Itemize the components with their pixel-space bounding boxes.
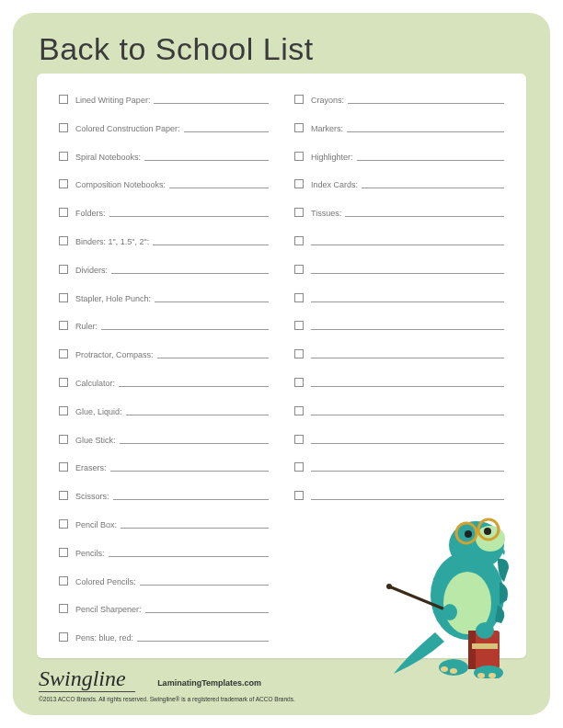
list-item: Highlighter: <box>294 149 504 162</box>
fill-line[interactable] <box>109 556 269 557</box>
fill-line[interactable] <box>311 301 504 302</box>
svg-point-9 <box>386 584 392 589</box>
checkbox[interactable] <box>294 236 304 245</box>
checkbox[interactable] <box>59 321 68 330</box>
fill-line[interactable] <box>137 641 269 642</box>
checkbox[interactable] <box>59 576 68 586</box>
fill-line[interactable] <box>184 131 269 132</box>
fill-line[interactable] <box>311 329 504 330</box>
list-item <box>294 262 504 275</box>
fill-line[interactable] <box>109 216 269 217</box>
checkbox[interactable] <box>294 406 304 415</box>
checkbox[interactable] <box>59 632 68 642</box>
fill-line[interactable] <box>111 273 269 274</box>
fill-line[interactable] <box>311 443 504 444</box>
checkbox[interactable] <box>294 152 304 161</box>
list-item: Index Cards: <box>294 176 504 189</box>
checkbox[interactable] <box>294 123 304 132</box>
item-label: Protractor, Compass: <box>75 350 154 359</box>
checkbox[interactable] <box>294 435 304 444</box>
item-label: Lined Writing Paper: <box>75 96 150 105</box>
checkbox[interactable] <box>294 378 304 387</box>
fill-line[interactable] <box>311 358 504 358</box>
checkbox[interactable] <box>59 349 68 358</box>
list-item: Dividers: <box>59 262 269 275</box>
checkbox[interactable] <box>294 349 304 358</box>
fill-line[interactable] <box>144 160 269 161</box>
checkbox[interactable] <box>59 179 68 188</box>
item-label: Spiral Notebooks: <box>75 153 141 162</box>
fill-line[interactable] <box>113 499 269 500</box>
item-label: Crayons: <box>311 96 344 105</box>
checkbox[interactable] <box>59 519 68 529</box>
item-label: Dividers: <box>75 266 108 275</box>
checkbox[interactable] <box>294 179 304 188</box>
fill-line[interactable] <box>121 528 269 529</box>
checkbox[interactable] <box>294 208 304 217</box>
item-label: Folders: <box>75 209 106 218</box>
checkbox[interactable] <box>59 378 68 387</box>
fill-line[interactable] <box>101 329 269 330</box>
checkbox[interactable] <box>294 293 304 302</box>
list-item: Protractor, Compass: <box>59 347 269 359</box>
checkbox[interactable] <box>59 293 68 302</box>
svg-point-6 <box>465 530 472 538</box>
checkbox[interactable] <box>59 236 68 245</box>
fill-line[interactable] <box>311 471 504 472</box>
fill-line[interactable] <box>145 612 269 613</box>
fill-line[interactable] <box>362 188 504 188</box>
checkbox[interactable] <box>59 152 68 161</box>
fill-line[interactable] <box>157 358 269 358</box>
checkbox[interactable] <box>59 435 68 444</box>
checkbox[interactable] <box>59 123 68 132</box>
card-background: Back to School List Lined Writing Paper:… <box>13 13 550 715</box>
fill-line[interactable] <box>311 386 504 387</box>
fill-line[interactable] <box>120 443 269 444</box>
checkbox[interactable] <box>59 491 68 500</box>
checkbox[interactable] <box>59 265 68 274</box>
checkbox[interactable] <box>59 548 68 557</box>
list-item: Pencil Box: <box>59 517 269 529</box>
checkbox[interactable] <box>59 208 68 217</box>
checkbox[interactable] <box>59 95 68 104</box>
item-label: Colored Construction Paper: <box>75 124 180 133</box>
dinosaur-teacher-icon <box>380 495 541 678</box>
fill-line[interactable] <box>311 273 504 274</box>
list-item <box>294 460 504 472</box>
item-label: Pencil Sharpener: <box>75 605 142 614</box>
list-item <box>294 347 504 359</box>
list-item: Ruler: <box>59 318 269 331</box>
fill-line[interactable] <box>169 188 269 188</box>
list-item: Colored Pencils: <box>59 574 269 586</box>
svg-point-7 <box>484 528 491 535</box>
item-label: Pens: blue, red: <box>75 633 133 643</box>
fill-line[interactable] <box>154 103 269 104</box>
checkbox[interactable] <box>294 95 304 104</box>
fill-line[interactable] <box>155 301 269 302</box>
fill-line[interactable] <box>345 216 504 217</box>
checkbox[interactable] <box>294 321 304 330</box>
fill-line[interactable] <box>126 415 269 415</box>
fill-line[interactable] <box>153 245 269 245</box>
fill-line[interactable] <box>140 585 269 586</box>
fill-line[interactable] <box>311 415 504 415</box>
site-label: LaminatingTemplates.com <box>157 678 261 688</box>
page-title: Back to School List <box>13 13 550 67</box>
svg-rect-12 <box>468 631 476 669</box>
fill-line[interactable] <box>119 386 269 387</box>
checkbox[interactable] <box>59 406 68 415</box>
checkbox[interactable] <box>59 462 68 472</box>
item-label: Scissors: <box>75 492 109 501</box>
checkbox[interactable] <box>294 265 304 274</box>
fill-line[interactable] <box>110 471 269 472</box>
fill-line[interactable] <box>348 103 504 104</box>
list-item: Glue, Liquid: <box>59 404 269 416</box>
checkbox[interactable] <box>59 604 68 613</box>
fill-line[interactable] <box>311 245 504 245</box>
fill-line[interactable] <box>347 131 504 132</box>
fill-line[interactable] <box>357 160 504 161</box>
list-item: Stapler, Hole Punch: <box>59 290 269 303</box>
checkbox[interactable] <box>294 462 304 472</box>
list-item: Calculator: <box>59 375 269 388</box>
checkbox[interactable] <box>294 491 304 500</box>
